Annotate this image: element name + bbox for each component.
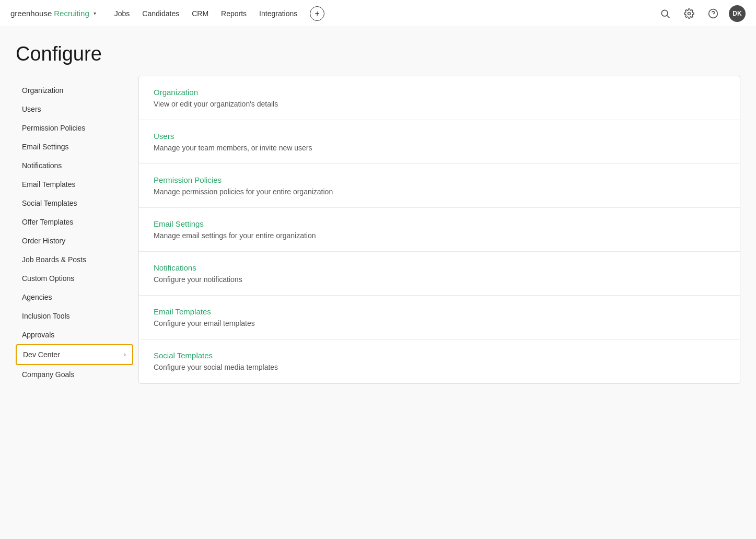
- content-item-title-email-templates[interactable]: Email Templates: [154, 307, 725, 316]
- help-button[interactable]: [705, 5, 722, 22]
- sidebar-item-label-users: Users: [22, 105, 41, 113]
- sidebar-item-email-settings[interactable]: Email Settings: [16, 137, 133, 156]
- content-item-desc-organization: View or edit your organization's details: [154, 100, 725, 108]
- main-layout: OrganizationUsersPermission PoliciesEmai…: [0, 76, 756, 405]
- content-item-desc-email-templates: Configure your email templates: [154, 319, 725, 327]
- sidebar-item-job-boards-posts[interactable]: Job Boards & Posts: [16, 250, 133, 269]
- sidebar-item-label-permission-policies: Permission Policies: [22, 124, 85, 132]
- content-item-desc-notifications: Configure your notifications: [154, 275, 725, 284]
- nav-integrations-link[interactable]: Integrations: [259, 9, 297, 18]
- sidebar-item-label-email-settings: Email Settings: [22, 143, 68, 151]
- sidebar-item-label-social-templates: Social Templates: [22, 199, 77, 207]
- sidebar-item-label-approvals: Approvals: [22, 331, 54, 339]
- nav-links: Jobs Candidates CRM Reports Integrations…: [114, 6, 657, 21]
- search-icon: [660, 8, 670, 19]
- settings-button[interactable]: [681, 5, 697, 22]
- chevron-right-icon: ›: [124, 351, 126, 358]
- content-item-email-templates: Email TemplatesConfigure your email temp…: [139, 296, 740, 339]
- content-item-permission-policies: Permission PoliciesManage permission pol…: [139, 164, 740, 208]
- logo-chevron-down-icon[interactable]: ▾: [91, 10, 99, 17]
- nav-icons: DK: [657, 5, 746, 22]
- sidebar-item-organization[interactable]: Organization: [16, 81, 133, 100]
- sidebar-item-label-company-goals: Company Goals: [22, 370, 74, 379]
- sidebar-item-notifications[interactable]: Notifications: [16, 156, 133, 175]
- page-header: Configure: [0, 27, 756, 76]
- content-item-title-permission-policies[interactable]: Permission Policies: [154, 175, 725, 184]
- content-item-desc-users: Manage your team members, or invite new …: [154, 144, 725, 152]
- sidebar-item-permission-policies[interactable]: Permission Policies: [16, 119, 133, 137]
- content-area: OrganizationView or edit your organizati…: [138, 76, 740, 384]
- content-item-title-email-settings[interactable]: Email Settings: [154, 219, 725, 228]
- question-icon: [708, 8, 718, 19]
- sidebar-item-social-templates[interactable]: Social Templates: [16, 194, 133, 213]
- sidebar-item-label-offer-templates: Offer Templates: [22, 218, 73, 226]
- content-item-users: UsersManage your team members, or invite…: [139, 120, 740, 164]
- sidebar-item-email-templates[interactable]: Email Templates: [16, 175, 133, 194]
- nav-reports-link[interactable]: Reports: [221, 9, 247, 18]
- top-navigation: greenhouse Recruiting ▾ Jobs Candidates …: [0, 0, 756, 27]
- sidebar-item-users[interactable]: Users: [16, 100, 133, 119]
- content-item-desc-social-templates: Configure your social media templates: [154, 363, 725, 371]
- sidebar-item-agencies[interactable]: Agencies: [16, 288, 133, 307]
- svg-line-1: [667, 15, 670, 18]
- logo-recruiting-text: Recruiting: [54, 9, 89, 18]
- sidebar-item-label-custom-options: Custom Options: [22, 274, 74, 283]
- sidebar-item-label-job-boards-posts: Job Boards & Posts: [22, 255, 86, 264]
- sidebar-item-label-dev-center: Dev Center: [23, 350, 60, 359]
- content-item-title-social-templates[interactable]: Social Templates: [154, 351, 725, 360]
- logo-greenhouse-text: greenhouse: [10, 9, 52, 18]
- sidebar-item-label-order-history: Order History: [22, 237, 65, 245]
- nav-candidates-link[interactable]: Candidates: [142, 9, 179, 18]
- sidebar-item-label-agencies: Agencies: [22, 293, 52, 301]
- svg-point-0: [661, 10, 668, 16]
- sidebar-item-offer-templates[interactable]: Offer Templates: [16, 213, 133, 231]
- sidebar-item-label-inclusion-tools: Inclusion Tools: [22, 312, 70, 320]
- content-item-desc-email-settings: Manage email settings for your entire or…: [154, 231, 725, 240]
- nav-plus-button[interactable]: +: [310, 6, 324, 21]
- sidebar-item-order-history[interactable]: Order History: [16, 231, 133, 250]
- user-avatar[interactable]: DK: [729, 5, 746, 22]
- content-item-notifications: NotificationsConfigure your notification…: [139, 252, 740, 296]
- search-button[interactable]: [657, 5, 673, 22]
- svg-point-2: [688, 12, 691, 15]
- sidebar: OrganizationUsersPermission PoliciesEmai…: [16, 76, 133, 384]
- sidebar-item-approvals[interactable]: Approvals: [16, 325, 133, 344]
- gear-icon: [684, 8, 694, 19]
- sidebar-item-label-email-templates: Email Templates: [22, 180, 75, 189]
- nav-jobs-link[interactable]: Jobs: [114, 9, 130, 18]
- content-item-desc-permission-policies: Manage permission policies for your enti…: [154, 188, 725, 196]
- content-item-title-users[interactable]: Users: [154, 132, 725, 140]
- content-item-title-notifications[interactable]: Notifications: [154, 263, 725, 272]
- page-title: Configure: [16, 43, 740, 65]
- sidebar-item-custom-options[interactable]: Custom Options: [16, 269, 133, 288]
- sidebar-item-label-notifications: Notifications: [22, 161, 62, 170]
- sidebar-item-dev-center[interactable]: Dev Center›: [16, 344, 133, 365]
- sidebar-item-inclusion-tools[interactable]: Inclusion Tools: [16, 307, 133, 325]
- content-item-email-settings: Email SettingsManage email settings for …: [139, 208, 740, 252]
- nav-crm-link[interactable]: CRM: [192, 9, 208, 18]
- logo[interactable]: greenhouse Recruiting ▾: [10, 9, 99, 18]
- sidebar-item-label-organization: Organization: [22, 86, 63, 95]
- content-item-organization: OrganizationView or edit your organizati…: [139, 76, 740, 120]
- content-item-title-organization[interactable]: Organization: [154, 88, 725, 97]
- content-item-social-templates: Social TemplatesConfigure your social me…: [139, 339, 740, 383]
- sidebar-item-company-goals[interactable]: Company Goals: [16, 365, 133, 384]
